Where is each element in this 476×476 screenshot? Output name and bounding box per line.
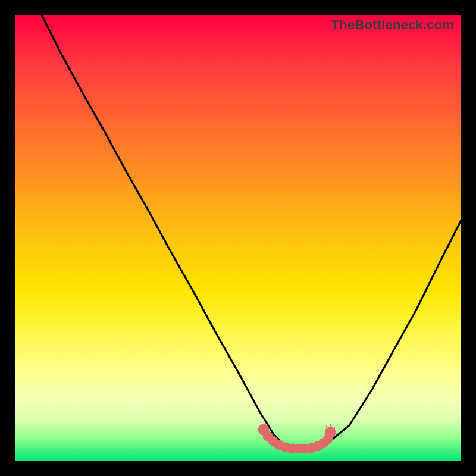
plot-area: TheBottleneck.com — [15, 15, 461, 461]
outer-frame: TheBottleneck.com — [0, 0, 476, 476]
bottleneck-curve-path — [42, 15, 461, 448]
svg-line-13 — [327, 425, 327, 430]
curve-layer — [15, 15, 461, 461]
svg-line-14 — [331, 424, 331, 430]
